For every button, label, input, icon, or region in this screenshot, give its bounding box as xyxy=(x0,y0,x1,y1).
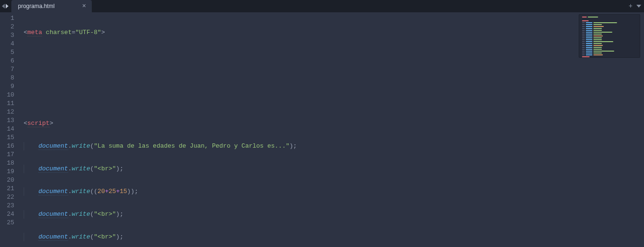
code-line: document.write("La suma de las edades de… xyxy=(24,142,644,150)
line-number: 14 xyxy=(0,125,14,133)
tab-menu-icon[interactable] xyxy=(636,5,641,8)
line-number: 15 xyxy=(0,133,14,142)
close-icon[interactable]: × xyxy=(80,2,88,10)
code-line: <meta charset="UTF-8"> xyxy=(24,28,644,37)
line-number: 21 xyxy=(0,185,14,193)
line-number: 23 xyxy=(0,202,14,210)
nav-back-icon[interactable] xyxy=(2,4,5,9)
code-line: document.write("<br>"); xyxy=(24,210,644,219)
code-line: document.write("<br>"); xyxy=(24,165,644,173)
line-number: 4 xyxy=(0,40,14,48)
line-number: 16 xyxy=(0,142,14,150)
line-number: 22 xyxy=(0,193,14,202)
tab-bar-actions: + xyxy=(629,0,641,12)
code-line: document.write((20+25+15)); xyxy=(24,187,644,196)
line-number: 24 xyxy=(0,210,14,219)
line-number: 6 xyxy=(0,57,14,65)
code-line: <script> xyxy=(24,119,644,128)
line-number: 12 xyxy=(0,108,14,116)
line-number-gutter: 1 2 3 4 5 6 7 8 9 10 11 12 13 14 15 16 1… xyxy=(0,12,20,247)
code-line xyxy=(24,51,644,60)
line-number: 1 xyxy=(0,14,14,23)
line-number: 17 xyxy=(0,150,14,159)
editor[interactable]: 1 2 3 4 5 6 7 8 9 10 11 12 13 14 15 16 1… xyxy=(0,12,644,247)
line-number: 20 xyxy=(0,176,14,185)
line-number: 11 xyxy=(0,99,14,108)
code-line xyxy=(24,74,644,82)
line-number: 25 xyxy=(0,219,14,227)
nav-forward-icon[interactable] xyxy=(6,4,9,9)
new-tab-icon[interactable]: + xyxy=(629,2,633,10)
code-area[interactable]: <meta charset="UTF-8"> <script> document… xyxy=(20,12,644,247)
tab-history-nav xyxy=(0,0,11,12)
minimap[interactable] xyxy=(579,14,640,58)
line-number: 5 xyxy=(0,48,14,57)
code-line xyxy=(24,97,644,105)
line-number: 18 xyxy=(0,159,14,168)
line-number: 13 xyxy=(0,116,14,125)
line-number: 7 xyxy=(0,65,14,74)
file-tab-title: programa.html xyxy=(18,3,80,9)
tab-bar: programa.html × + xyxy=(0,0,644,12)
code-line: document.write("<br>"); xyxy=(24,233,644,241)
line-number: 2 xyxy=(0,23,14,31)
file-tab[interactable]: programa.html × xyxy=(11,0,92,12)
line-number: 19 xyxy=(0,168,14,176)
line-number: 10 xyxy=(0,91,14,99)
line-number: 3 xyxy=(0,31,14,40)
line-number: 8 xyxy=(0,74,14,82)
line-number: 9 xyxy=(0,82,14,91)
